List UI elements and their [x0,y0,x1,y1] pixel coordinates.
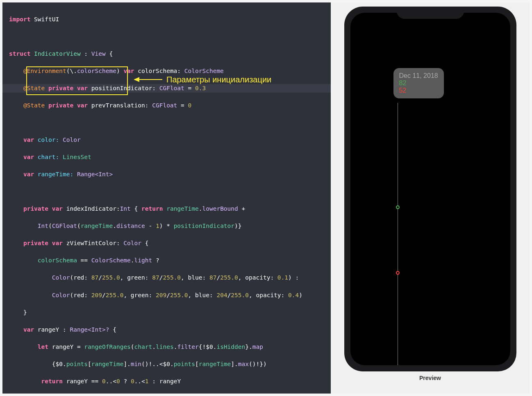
code-line: var color: Color [9,136,324,144]
annotation-arrow-icon [134,75,162,84]
code-line: Int(CGFloat(rangeTime.distance - 1) * po… [9,222,324,230]
tooltip-value-1: 82 [399,80,438,87]
code-line: } [9,308,324,317]
code-line: private var zViewTintColor: Color { [9,239,324,248]
code-line: let rangeY = rangeOfRanges(chart.lines.f… [9,343,324,351]
code-line: colorSchema == ColorScheme.light ? [9,256,324,265]
phone-screen[interactable]: Dec 11, 2018 82 52 [350,13,510,365]
main-container: import SwiftUI struct IndicatorView : Vi… [2,2,530,394]
preview-panel: Dec 11, 2018 82 52 Preview [331,2,530,394]
indicator-line[interactable] [398,103,398,365]
preview-label: Preview [419,375,441,381]
code-line: Color(red: 209/255.0, green: 209/255.0, … [9,291,324,300]
code-line [9,118,324,127]
code-line: var chart: LinesSet [9,153,324,162]
code-line: import SwiftUI [9,15,324,24]
phone-frame: Dec 11, 2018 82 52 [344,7,516,371]
data-point-red-icon [396,271,400,275]
code-line: struct IndicatorView : View { [9,50,324,58]
tooltip-value-2: 52 [399,87,438,94]
data-point-green-icon [396,205,400,209]
phone-notch-icon [396,7,464,19]
code-editor[interactable]: import SwiftUI struct IndicatorView : Vi… [2,2,331,394]
code-line: Color(red: 87/255.0, green: 87/255.0, bl… [9,273,324,282]
code-line: {$0.points[rangeTime].min()!..<$0.points… [9,360,324,369]
code-line: return rangeY == 0..<0 ? 0..<1 : rangeY [9,377,324,386]
tooltip-date: Dec 11, 2018 [399,72,438,80]
code-line [9,32,324,41]
code-line: private var indexIndicator:Int { return … [9,205,324,213]
annotation-label: Параметры инициализации [166,74,271,86]
chart-tooltip: Dec 11, 2018 82 52 [393,68,444,98]
code-line: var rangeY : Range<Int>? { [9,325,324,334]
code-line [9,187,324,196]
code-line: var rangeTime: Range<Int> [9,170,324,179]
svg-marker-1 [134,77,139,82]
code-line: @State private var prevTranslation: CGFl… [9,101,324,110]
